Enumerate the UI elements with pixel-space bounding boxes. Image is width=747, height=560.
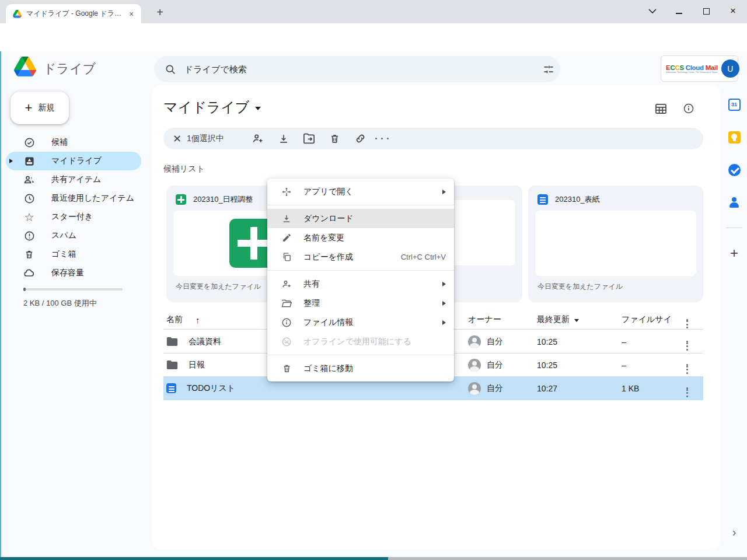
- clear-selection-icon[interactable]: ✕: [173, 132, 187, 145]
- drive-favicon: [13, 10, 22, 18]
- sidebar-item-starred[interactable]: ☆ スター付き: [1, 208, 147, 226]
- tab-close-icon[interactable]: ×: [126, 9, 137, 19]
- menu-divider: [267, 355, 454, 355]
- pencil-icon: [281, 233, 292, 243]
- owner-avatar: [468, 382, 481, 395]
- sidebar-item-trash[interactable]: ゴミ箱: [1, 245, 147, 264]
- menu-item-download[interactable]: ダウンロード: [267, 209, 454, 228]
- check-circle-icon: [23, 136, 35, 148]
- details-info-icon[interactable]: [682, 102, 696, 116]
- row-menu-icon[interactable]: [686, 377, 688, 400]
- menu-item-file-info[interactable]: ファイル情報: [267, 313, 454, 332]
- window-maximize-button[interactable]: [696, 4, 717, 19]
- column-size[interactable]: ファイルサイ: [622, 310, 672, 329]
- hide-side-panel-icon[interactable]: ›: [725, 523, 743, 541]
- copy-icon: [281, 252, 292, 262]
- new-button[interactable]: + 新規: [11, 92, 69, 124]
- shortcut-label: Ctrl+C Ctrl+V: [401, 253, 446, 261]
- window-minimize-button[interactable]: [668, 4, 689, 19]
- new-button-label: 新規: [38, 103, 54, 113]
- menu-item-make-copy[interactable]: コピーを作成 Ctrl+C Ctrl+V: [267, 247, 454, 267]
- tasks-icon[interactable]: [725, 160, 743, 179]
- storage-usage-text: 2 KB / 100 GB 使用中: [23, 298, 97, 309]
- menu-item-offline: オフラインで使用可能にする: [267, 332, 454, 351]
- trash-icon: [281, 363, 292, 374]
- side-panel-divider: [726, 228, 742, 228]
- sidebar-item-spam[interactable]: スパム: [1, 226, 147, 245]
- cloud-icon: [23, 267, 35, 279]
- search-options-icon[interactable]: [543, 64, 554, 75]
- menu-item-rename[interactable]: 名前を変更: [267, 228, 454, 247]
- menu-divider: [267, 270, 454, 271]
- share-person-add-icon[interactable]: [245, 132, 271, 146]
- row-menu-icon[interactable]: [686, 354, 688, 376]
- calendar-icon[interactable]: 31: [725, 95, 743, 114]
- expand-caret-icon[interactable]: [9, 159, 13, 163]
- window-close-button[interactable]: ×: [722, 4, 743, 19]
- drive-app-name: ドライブ: [43, 60, 96, 78]
- grid-view-icon[interactable]: [654, 102, 668, 116]
- people-icon: [23, 174, 35, 186]
- sheets-file-icon: [176, 194, 186, 205]
- add-addon-icon[interactable]: +: [725, 244, 743, 262]
- menu-item-move-to-trash[interactable]: ゴミ箱に移動: [267, 359, 454, 378]
- trash-icon: [23, 249, 35, 260]
- delete-icon[interactable]: [322, 132, 348, 146]
- chevron-down-icon: [255, 107, 261, 110]
- file-card-doc[interactable]: 202310_表紙 今日変更を加えたファイル: [528, 186, 703, 302]
- sort-desc-icon: [574, 319, 579, 322]
- submenu-arrow-icon: [442, 320, 446, 325]
- contacts-icon[interactable]: [725, 193, 743, 212]
- spam-icon: [23, 230, 35, 242]
- search-icon: [165, 64, 176, 75]
- sidebar-nav: 候補 マイドライブ 共有アイテム 最近使用したアイテム ☆ スター付き スパム: [1, 133, 147, 282]
- storage-progress-bar: [23, 288, 123, 290]
- table-header-menu-icon[interactable]: [686, 310, 688, 329]
- account-badge[interactable]: ECCS Cloud Mail Information Technology C…: [661, 55, 738, 82]
- card-file-name: 202310_日程調整: [193, 194, 253, 205]
- row-menu-icon[interactable]: [686, 330, 688, 353]
- get-link-icon[interactable]: [348, 132, 374, 146]
- menu-item-organize[interactable]: 整理: [267, 293, 454, 313]
- move-to-folder-icon[interactable]: [296, 132, 322, 146]
- more-actions-icon[interactable]: [374, 132, 391, 146]
- browser-tabstrip: マイドライブ - Google ドライブ × + ×: [0, 0, 747, 23]
- sidebar-item-suggested[interactable]: 候補: [1, 133, 147, 152]
- menu-divider: [267, 205, 454, 205]
- folder-icon: [166, 360, 178, 370]
- submenu-arrow-icon: [442, 282, 446, 286]
- folder-open-icon: [281, 298, 292, 309]
- folder-icon: [166, 337, 178, 346]
- browser-tab[interactable]: マイドライブ - Google ドライブ ×: [6, 4, 141, 23]
- search-bar[interactable]: [154, 56, 560, 82]
- sort-asc-icon: ↑: [196, 315, 200, 325]
- clock-icon: [23, 192, 35, 204]
- drive-logo-icon: [14, 57, 36, 76]
- account-badge-title: ECCS Cloud Mail: [666, 64, 718, 71]
- page-title[interactable]: マイドライブ: [163, 98, 261, 117]
- selection-toolbar: ✕ 1個選択中: [163, 128, 703, 149]
- window-border-bottom-left: [0, 557, 388, 560]
- offline-check-icon: [281, 337, 292, 347]
- column-name[interactable]: 名前↑: [166, 310, 200, 329]
- menu-item-open-with[interactable]: アプリで開く: [267, 182, 454, 201]
- window-menu-chevron-icon[interactable]: [642, 4, 663, 19]
- column-owner[interactable]: オーナー: [468, 310, 501, 329]
- new-tab-button[interactable]: +: [153, 6, 167, 20]
- browser-toolbar: drive.google.com/drive/my-drive ☆ U: [0, 23, 747, 51]
- star-icon: ☆: [23, 211, 35, 223]
- download-icon[interactable]: [271, 132, 296, 146]
- person-add-icon: [281, 279, 292, 289]
- column-modified[interactable]: 最終更新: [537, 310, 579, 329]
- card-file-name: 202310_表紙: [555, 194, 600, 205]
- sidebar-item-recent[interactable]: 最近使用したアイテム: [1, 189, 147, 208]
- search-input[interactable]: [184, 64, 535, 74]
- sidebar-item-my-drive[interactable]: マイドライブ: [6, 152, 141, 170]
- keep-icon[interactable]: [725, 128, 743, 146]
- sidebar-item-storage[interactable]: 保存容量: [1, 264, 147, 282]
- tab-title: マイドライブ - Google ドライブ: [26, 9, 121, 19]
- info-icon: [281, 317, 292, 328]
- sidebar-item-shared[interactable]: 共有アイテム: [1, 170, 147, 189]
- drive-avatar[interactable]: U: [721, 60, 739, 78]
- menu-item-share[interactable]: 共有: [267, 274, 454, 293]
